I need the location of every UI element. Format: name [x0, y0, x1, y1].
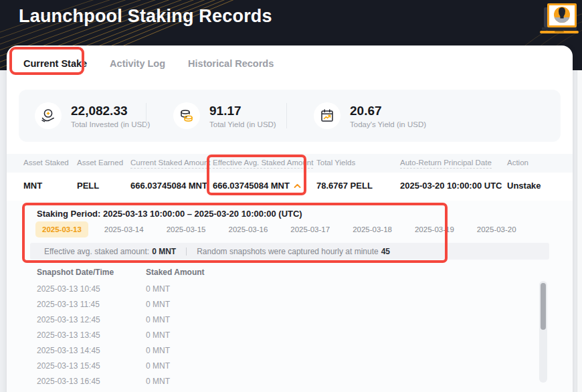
cell-effective-avg-staked-amount[interactable]: 666.03745084 MNT: [213, 181, 301, 191]
snapshot-amount: 0 MNT: [146, 377, 170, 386]
column-auto-return-principal-date[interactable]: Auto-Return Principal Date: [400, 159, 492, 169]
date-chip-2025-03-14[interactable]: 2025-03-14: [98, 221, 151, 237]
launchpool-staking-records-page: Launchpool Staking Records Current Stake…: [0, 0, 582, 392]
snapshot-amount: 0 MNT: [146, 284, 170, 294]
total-yield-label: Total Yield (in USD): [209, 120, 276, 128]
coin-stack-icon: [173, 102, 200, 129]
snapshot-scrollbar-thumb[interactable]: [541, 283, 546, 330]
tab-bar: Current Stake Activity Log Historical Re…: [23, 58, 274, 70]
effective-avg-summary-value: 0 MNT: [152, 247, 176, 256]
snapshot-note-minute: 45: [381, 247, 390, 256]
column-staked-amount: Staked Amount: [146, 268, 205, 277]
hand-coin-icon: [35, 102, 62, 129]
stat-total-invested: 22,082.33 Total Invested (in USD): [19, 102, 146, 129]
column-current-staked-amount[interactable]: Current Staked Amount: [130, 159, 211, 169]
total-invested-value: 22,082.33: [71, 104, 150, 118]
snapshot-time: 2025-03-13 11:45: [37, 300, 100, 309]
chevron-up-icon[interactable]: [294, 183, 301, 189]
cell-total-yields: 78.6767 PELL: [316, 181, 373, 191]
snapshot-time: 2025-03-13 14:45: [37, 346, 100, 355]
total-invested-label: Total Invested (in USD): [71, 120, 150, 128]
today-yield-value: 20.67: [350, 104, 426, 118]
cell-asset-staked: MNT: [23, 181, 42, 191]
staking-period-title: Staking Period: 2025-03-13 10:00:00 – 20…: [37, 209, 302, 219]
laptop-user-icon: [538, 2, 579, 35]
stat-total-yield: 91.17 Total Yield (in USD): [147, 102, 286, 129]
date-chip-2025-03-16[interactable]: 2025-03-16: [221, 221, 274, 237]
page-scrollbar[interactable]: [577, 70, 582, 392]
date-chip-row: 2025-03-13 2025-03-14 2025-03-15 2025-03…: [35, 221, 523, 237]
total-yield-value: 91.17: [209, 104, 276, 118]
unstake-button[interactable]: Unstake: [507, 181, 541, 191]
cell-auto-return-date: 2025-03-20 10:00:00 UTC: [400, 181, 502, 191]
column-action: Action: [507, 159, 528, 167]
snapshot-time: 2025-03-13 13:45: [37, 330, 100, 340]
column-asset-staked: Asset Staked: [23, 159, 69, 167]
date-chip-2025-03-18[interactable]: 2025-03-18: [346, 221, 399, 237]
stat-today-yield: 20.67 Today's Yield (in USD): [287, 102, 561, 129]
snapshot-time: 2025-03-13 12:45: [37, 315, 100, 324]
staking-detail-panel: Staking Period: 2025-03-13 10:00:00 – 20…: [7, 201, 573, 392]
snapshot-time: 2025-03-13 15:45: [37, 361, 100, 371]
tab-activity-log[interactable]: Activity Log: [110, 58, 165, 70]
calendar-chart-icon: [314, 102, 341, 129]
tab-historical-records[interactable]: Historical Records: [188, 58, 274, 70]
snapshot-time: 2025-03-13 16:45: [37, 377, 100, 386]
summary-divider: [186, 248, 187, 256]
summary-stats: 22,082.33 Total Invested (in USD) 91: [19, 90, 561, 142]
column-effective-avg-staked-amount[interactable]: Effective Avg. Staked Amount: [213, 159, 313, 169]
positions-table-header: Asset Staked Asset Earned Current Staked…: [7, 154, 573, 173]
column-asset-earned: Asset Earned: [77, 159, 123, 167]
page-title: Launchpool Staking Records: [19, 6, 272, 27]
snapshot-amount: 0 MNT: [146, 346, 170, 355]
records-card: Current Stake Activity Log Historical Re…: [7, 45, 573, 392]
date-chip-2025-03-17[interactable]: 2025-03-17: [284, 221, 336, 237]
effective-avg-value: 666.03745084 MNT: [213, 181, 290, 191]
snapshot-scrollbar-track[interactable]: [539, 281, 547, 383]
date-chip-2025-03-15[interactable]: 2025-03-15: [160, 221, 213, 237]
today-yield-label: Today's Yield (in USD): [350, 120, 426, 128]
snapshot-amount: 0 MNT: [146, 300, 170, 309]
cell-current-staked-amount: 666.03745084 MNT: [130, 181, 207, 191]
column-snapshot-datetime: Snapshot Date/Time: [37, 268, 114, 277]
date-chip-2025-03-20[interactable]: 2025-03-20: [470, 221, 523, 237]
date-chip-2025-03-13[interactable]: 2025-03-13: [35, 221, 88, 237]
snapshot-summary-bar: Effective avg. staked amount: 0 MNT Rand…: [30, 243, 549, 260]
snapshot-amount: 0 MNT: [146, 330, 170, 340]
snapshot-amount: 0 MNT: [146, 361, 170, 371]
column-total-yields: Total Yields: [316, 159, 355, 167]
effective-avg-summary-label: Effective avg. staked amount:: [44, 247, 149, 256]
tab-current-stake[interactable]: Current Stake: [23, 58, 87, 70]
cell-asset-earned: PELL: [77, 181, 99, 191]
snapshot-note: Random snapshots were captured hourly at…: [197, 247, 378, 256]
snapshot-amount: 0 MNT: [146, 315, 170, 324]
table-row: MNT PELL 666.03745084 MNT 666.03745084 M…: [7, 173, 573, 201]
date-chip-2025-03-19[interactable]: 2025-03-19: [408, 221, 461, 237]
snapshot-time: 2025-03-13 10:45: [37, 284, 100, 294]
